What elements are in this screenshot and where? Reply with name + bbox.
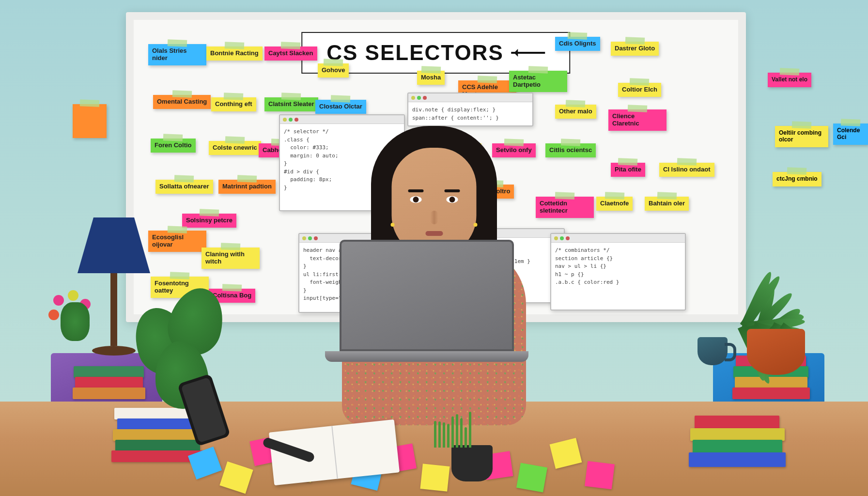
- code-window: div.note { display:flex; } span::after {…: [407, 93, 533, 126]
- sticky-note: Olals Stries nider: [148, 44, 206, 65]
- title-text: CS SELECTORS: [326, 41, 503, 65]
- sticky-note: Omental Casting: [153, 95, 211, 109]
- sticky-note: Clatsint Sleater: [264, 97, 318, 111]
- loose-sticky-note: [585, 461, 615, 489]
- grass-blade: [460, 418, 463, 448]
- book-stack-side-left: [73, 367, 145, 399]
- sticky-note: Pita ofite: [611, 163, 645, 177]
- grass-blade: [447, 424, 450, 448]
- sticky-note: Citlis ocientsc: [545, 143, 596, 157]
- grass-blade: [465, 427, 467, 448]
- grass-blade: [451, 417, 454, 448]
- sticky-note: Mosha: [417, 71, 445, 85]
- laptop: [340, 240, 528, 362]
- sticky-note: Claning witlh witch: [202, 248, 260, 269]
- sticky-note: Bontnie Racting: [206, 46, 263, 61]
- flower-vase: [44, 290, 111, 353]
- sticky-note: Ecosoglisl oijovar: [148, 231, 206, 252]
- grass-blade: [469, 412, 471, 448]
- wall-sticky-note: Colende Gci: [833, 124, 868, 145]
- grass-blade: [434, 421, 436, 448]
- sticky-note: Astetac Dartpetio: [509, 71, 567, 92]
- sticky-note: Cdis Olignts: [555, 37, 600, 51]
- sticky-note: Clience Claretnic: [608, 109, 666, 131]
- laptop-base: [325, 351, 528, 362]
- grass-blade: [456, 414, 458, 448]
- plant-pot: [747, 329, 805, 375]
- sticky-note: Other malo: [555, 105, 596, 119]
- wall-note: [73, 104, 107, 138]
- sticky-note: Conthing eft: [211, 97, 256, 111]
- small-plant-pot: [451, 445, 493, 481]
- wall-sticky-note: ctcJng cmbnio: [773, 172, 822, 186]
- wall-sticky-note: Oeltiir combing olcor: [775, 126, 828, 147]
- wall-sticky-note: Vallet not elo: [768, 73, 811, 87]
- loose-sticky-note: [516, 463, 547, 493]
- arrow-left-icon: [512, 52, 545, 54]
- code-window: /* combinators */ section article {} nav…: [550, 233, 686, 310]
- coffee-mug: [698, 337, 728, 365]
- sticky-note: Claetnofe: [596, 197, 633, 211]
- sticky-note: Clostao Olctar: [315, 100, 366, 114]
- grass-blade: [438, 421, 441, 448]
- book-stack-right: [689, 417, 786, 467]
- sticky-note: Coltior Elch: [618, 83, 661, 97]
- sticky-note: Gohove: [318, 63, 349, 78]
- sticky-note: Solsinsy petcre: [182, 214, 236, 228]
- laptop-screen: [340, 240, 514, 351]
- sticky-note: Foren Coltio: [151, 139, 196, 153]
- sticky-note: Colste cnewric: [209, 141, 261, 155]
- sticky-note: Bahtain oler: [645, 197, 689, 211]
- sticky-note: Sollatta ofnearer: [155, 180, 213, 194]
- grass-blade: [443, 422, 445, 448]
- loose-sticky-note: [420, 464, 450, 492]
- sticky-note: Caytst Slacken: [264, 46, 317, 61]
- sticky-note: Matrinnt padtion: [218, 180, 276, 194]
- sticky-note: Cottetidn sletintecr: [536, 197, 594, 218]
- lamp-shade: [78, 217, 150, 273]
- sticky-note: Dastrer Gloto: [611, 42, 659, 56]
- sticky-note: Cl lslino ondaot: [659, 163, 714, 177]
